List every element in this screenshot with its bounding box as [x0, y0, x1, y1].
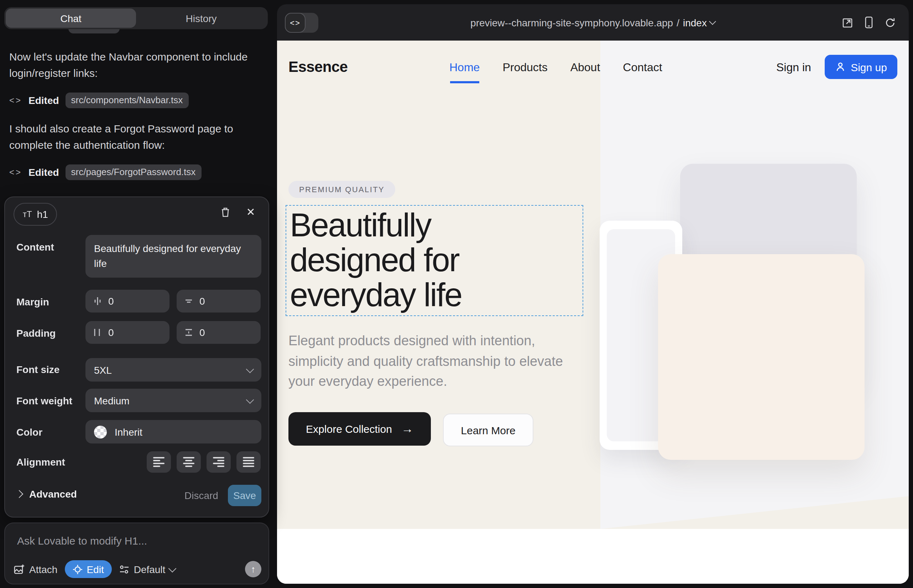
chat-message: Now let's update the Navbar component to… — [9, 48, 259, 82]
tab-history[interactable]: History — [136, 8, 266, 28]
chevron-down-icon — [246, 396, 254, 404]
align-right-button[interactable] — [207, 451, 231, 473]
device-toggle-button[interactable] — [864, 16, 873, 29]
chevron-down-icon — [709, 18, 716, 25]
font-weight-select[interactable]: Medium — [86, 389, 261, 412]
decorative-card-cream — [658, 254, 864, 460]
alignment-label: Alignment — [16, 456, 65, 468]
code-preview-toggle[interactable]: <> — [285, 13, 318, 33]
user-icon — [835, 62, 845, 72]
color-select[interactable]: Inherit — [86, 420, 261, 444]
chevron-down-icon — [246, 365, 254, 373]
send-button[interactable]: ↑ — [245, 561, 261, 577]
padding-x-input[interactable]: 0 — [86, 321, 170, 344]
url-page: index — [683, 17, 707, 28]
explore-collection-button[interactable]: Explore Collection → — [288, 412, 431, 446]
browser-chrome: <> preview--charming-site-symphony.lovab… — [277, 4, 909, 40]
edited-file-row[interactable]: <> Edited src/pages/ForgotPassword.tsx — [9, 165, 201, 180]
file-chip[interactable]: src/components/Navbar.tsx — [66, 92, 189, 108]
align-center-button[interactable] — [176, 451, 201, 473]
section-below-hero — [277, 529, 909, 584]
save-button[interactable]: Save — [228, 485, 261, 506]
code-icon: <> — [9, 95, 22, 105]
trash-icon — [220, 207, 230, 218]
external-link-icon — [842, 17, 853, 28]
sign-in-link[interactable]: Sign in — [776, 61, 811, 74]
content-input[interactable]: Beautifully designed for everyday life — [86, 235, 261, 278]
site-nav: Home Products About Contact — [449, 61, 662, 74]
close-panel-button[interactable]: ✕ — [243, 204, 259, 220]
padding-horizontal-icon — [92, 328, 102, 338]
arrow-right-icon: → — [401, 422, 413, 436]
edited-label: Edited — [29, 95, 59, 106]
align-center-icon — [183, 457, 194, 467]
edited-file-row[interactable]: <> Edited src/components/Navbar.tsx — [9, 92, 188, 108]
padding-y-input[interactable]: 0 — [176, 321, 261, 344]
advanced-toggle[interactable]: Advanced — [16, 488, 77, 500]
lovable-app: Chat History Now let's update the Navbar… — [0, 0, 913, 588]
margin-label: Margin — [16, 296, 49, 307]
discard-button[interactable]: Discard — [185, 490, 218, 501]
chevron-down-icon — [168, 564, 176, 572]
margin-x-input[interactable]: 0 — [86, 290, 170, 312]
padding-label: Padding — [16, 328, 55, 339]
color-label: Color — [16, 426, 42, 438]
attach-image-icon — [13, 564, 25, 575]
mobile-icon — [864, 16, 873, 29]
learn-more-button[interactable]: Learn More — [443, 414, 533, 446]
refresh-icon — [884, 17, 896, 28]
crosshair-icon — [72, 564, 82, 574]
align-right-icon — [213, 457, 224, 467]
align-justify-icon — [243, 457, 254, 467]
margin-vertical-icon — [184, 296, 194, 306]
edit-mode-button[interactable]: Edit — [65, 560, 112, 578]
hero-heading[interactable]: Beautifully designed for everyday life — [290, 208, 462, 312]
align-left-icon — [153, 457, 165, 467]
edited-label: Edited — [29, 166, 59, 178]
url-domain: preview--charming-site-symphony.lovable.… — [470, 17, 673, 28]
font-weight-label: Font weight — [16, 395, 72, 407]
chat-composer[interactable]: Ask Lovable to modify H1... Attach — [4, 522, 269, 585]
nav-about[interactable]: About — [570, 61, 601, 74]
code-icon: <> — [9, 167, 22, 177]
nav-home[interactable]: Home — [449, 61, 480, 74]
tab-chat[interactable]: Chat — [6, 8, 136, 28]
nav-contact[interactable]: Contact — [623, 61, 662, 74]
file-chip[interactable]: src/pages/ForgotPassword.tsx — [66, 165, 202, 180]
attach-button[interactable]: Attach — [13, 564, 57, 575]
font-size-select[interactable]: 5XL — [86, 358, 261, 381]
selected-h1-outline[interactable]: Beautifully designed for everyday life — [286, 205, 583, 316]
font-size-label: Font size — [16, 364, 60, 375]
site-content: Essence Home Products About Contact Sign… — [277, 40, 909, 584]
url-bar[interactable]: preview--charming-site-symphony.lovable.… — [470, 17, 716, 28]
code-icon[interactable]: <> — [285, 13, 306, 33]
chat-message: I should also create a Forgot Password p… — [9, 120, 259, 154]
text-icon: тT — [23, 209, 32, 219]
default-mode-select[interactable]: Default — [119, 564, 176, 575]
premium-quality-badge: PREMIUM QUALITY — [288, 181, 395, 198]
padding-vertical-icon — [184, 328, 194, 338]
content-label: Content — [16, 241, 54, 253]
hero-paragraph: Elegant products designed with intention… — [288, 331, 573, 392]
refresh-button[interactable] — [884, 17, 896, 28]
element-tag-pill: тT h1 — [13, 203, 57, 226]
composer-input[interactable]: Ask Lovable to modify H1... — [17, 535, 147, 547]
sign-up-button[interactable]: Sign up — [825, 55, 897, 79]
nav-products[interactable]: Products — [502, 61, 547, 74]
margin-y-input[interactable]: 0 — [176, 290, 261, 312]
chat-history-tabs: Chat History — [4, 7, 268, 29]
open-external-button[interactable] — [842, 17, 853, 28]
element-tag: h1 — [37, 208, 48, 220]
site-logo[interactable]: Essence — [288, 58, 348, 76]
element-editor-panel: тT h1 ✕ Content Beautifully designed for… — [4, 197, 269, 517]
align-justify-button[interactable] — [236, 451, 261, 473]
margin-horizontal-icon — [92, 296, 102, 306]
chevron-right-icon — [15, 490, 24, 498]
arrow-up-icon: ↑ — [251, 564, 256, 575]
color-swatch — [94, 425, 107, 438]
delete-element-button[interactable] — [217, 204, 233, 220]
align-left-button[interactable] — [147, 451, 171, 473]
sliders-icon — [119, 564, 130, 574]
preview-window: <> preview--charming-site-symphony.lovab… — [277, 4, 909, 584]
